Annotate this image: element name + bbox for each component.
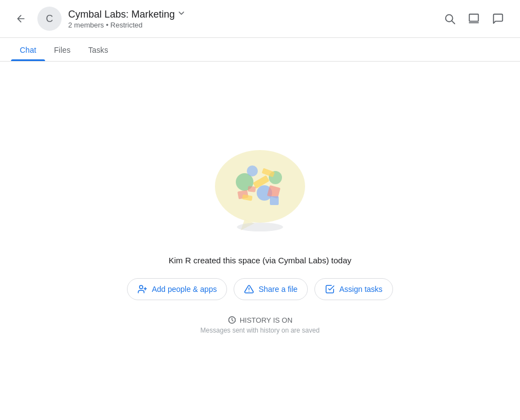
- svg-point-17: [140, 285, 143, 289]
- history-icon: [228, 316, 236, 324]
- header: C Cymbal Labs: Marketing 2 members • Res…: [0, 0, 520, 38]
- svg-point-8: [247, 165, 258, 176]
- fullscreen-button[interactable]: [463, 8, 485, 30]
- space-avatar: C: [37, 7, 62, 31]
- svg-point-16: [237, 223, 283, 231]
- space-dropdown-button[interactable]: [177, 9, 186, 20]
- add-person-icon: [137, 284, 147, 294]
- history-sub: Messages sent with history on are saved: [201, 327, 320, 334]
- share-file-icon: [244, 284, 254, 294]
- search-button[interactable]: [439, 8, 461, 30]
- assign-task-icon: [325, 284, 335, 294]
- space-title: Cymbal Labs: Marketing: [68, 9, 175, 20]
- share-file-button[interactable]: Share a file: [234, 278, 308, 300]
- chat-panel-button[interactable]: [487, 8, 509, 30]
- svg-rect-14: [270, 196, 279, 205]
- chat-illustration: [205, 138, 315, 237]
- action-buttons: Add people & apps Share a file Assign ta…: [127, 278, 393, 300]
- tab-tasks[interactable]: Tasks: [79, 38, 117, 61]
- svg-line-1: [452, 21, 455, 24]
- tab-files[interactable]: Files: [45, 38, 79, 61]
- main-content: Kim R created this space (via Cymbal Lab…: [0, 62, 520, 411]
- svg-rect-2: [469, 14, 479, 21]
- tab-chat[interactable]: Chat: [11, 38, 45, 61]
- space-meta: 2 members • Restricted: [68, 21, 432, 29]
- tabs: Chat Files Tasks: [0, 38, 520, 62]
- created-text: Kim R created this space (via Cymbal Lab…: [169, 256, 352, 265]
- svg-rect-15: [248, 186, 256, 192]
- history-label: HISTORY IS ON: [240, 316, 292, 324]
- history-row: HISTORY IS ON: [228, 316, 292, 324]
- space-title-row: Cymbal Labs: Marketing: [68, 9, 432, 20]
- header-info: Cymbal Labs: Marketing 2 members • Restr…: [68, 9, 432, 29]
- header-actions: [439, 8, 509, 30]
- history-section: HISTORY IS ON Messages sent with history…: [201, 316, 320, 334]
- add-people-button[interactable]: Add people & apps: [127, 278, 227, 300]
- back-button[interactable]: [11, 9, 31, 29]
- assign-tasks-button[interactable]: Assign tasks: [314, 278, 393, 300]
